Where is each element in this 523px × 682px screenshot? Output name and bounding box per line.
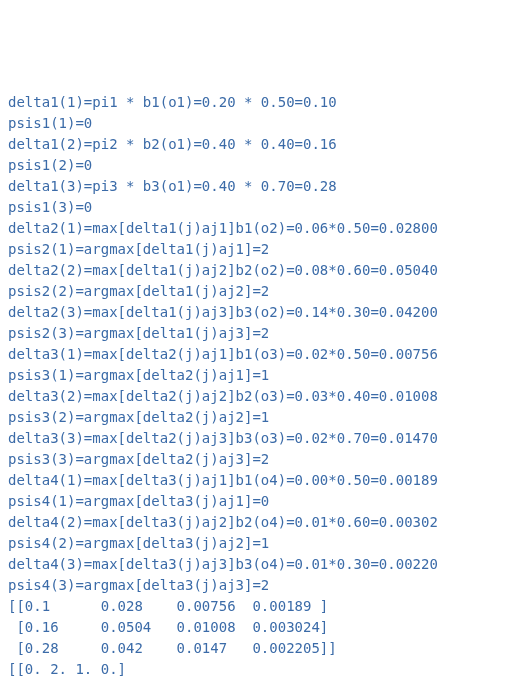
output-line: delta2(3)=max[delta1(j)aj3]b3(o2)=0.14*0… [8, 302, 515, 323]
output-line: delta1(3)=pi3 * b3(o1)=0.40 * 0.70=0.28 [8, 176, 515, 197]
output-line: psis4(1)=argmax[delta3(j)aj1]=0 [8, 491, 515, 512]
output-line: [0.28 0.042 0.0147 0.002205]] [8, 638, 515, 659]
output-line: psis2(2)=argmax[delta1(j)aj2]=2 [8, 281, 515, 302]
output-line: psis1(2)=0 [8, 155, 515, 176]
output-line: delta2(1)=max[delta1(j)aj1]b1(o2)=0.06*0… [8, 218, 515, 239]
output-line: delta2(2)=max[delta1(j)aj2]b2(o2)=0.08*0… [8, 260, 515, 281]
output-line: psis1(1)=0 [8, 113, 515, 134]
output-line: psis4(2)=argmax[delta3(j)aj2]=1 [8, 533, 515, 554]
output-line: delta3(2)=max[delta2(j)aj2]b2(o3)=0.03*0… [8, 386, 515, 407]
output-line: psis3(3)=argmax[delta2(j)aj3]=2 [8, 449, 515, 470]
output-line: delta4(3)=max[delta3(j)aj3]b3(o4)=0.01*0… [8, 554, 515, 575]
output-line: delta3(3)=max[delta2(j)aj3]b3(o3)=0.02*0… [8, 428, 515, 449]
output-line: [[0. 2. 1. 0.] [8, 659, 515, 680]
output-line: [[0.1 0.028 0.00756 0.00189 ] [8, 596, 515, 617]
output-line: psis1(3)=0 [8, 197, 515, 218]
output-line: psis2(1)=argmax[delta1(j)aj1]=2 [8, 239, 515, 260]
output-line: delta1(2)=pi2 * b2(o1)=0.40 * 0.40=0.16 [8, 134, 515, 155]
output-line: psis2(3)=argmax[delta1(j)aj3]=2 [8, 323, 515, 344]
output-line: psis3(2)=argmax[delta2(j)aj2]=1 [8, 407, 515, 428]
output-line: psis4(3)=argmax[delta3(j)aj3]=2 [8, 575, 515, 596]
output-block: delta1(1)=pi1 * b1(o1)=0.20 * 0.50=0.10p… [8, 92, 515, 682]
output-line: psis3(1)=argmax[delta2(j)aj1]=1 [8, 365, 515, 386]
output-line: delta4(1)=max[delta3(j)aj1]b1(o4)=0.00*0… [8, 470, 515, 491]
output-line: delta3(1)=max[delta2(j)aj1]b1(o3)=0.02*0… [8, 344, 515, 365]
output-line: delta1(1)=pi1 * b1(o1)=0.20 * 0.50=0.10 [8, 92, 515, 113]
output-line: delta4(2)=max[delta3(j)aj2]b2(o4)=0.01*0… [8, 512, 515, 533]
output-line: [0.16 0.0504 0.01008 0.003024] [8, 617, 515, 638]
